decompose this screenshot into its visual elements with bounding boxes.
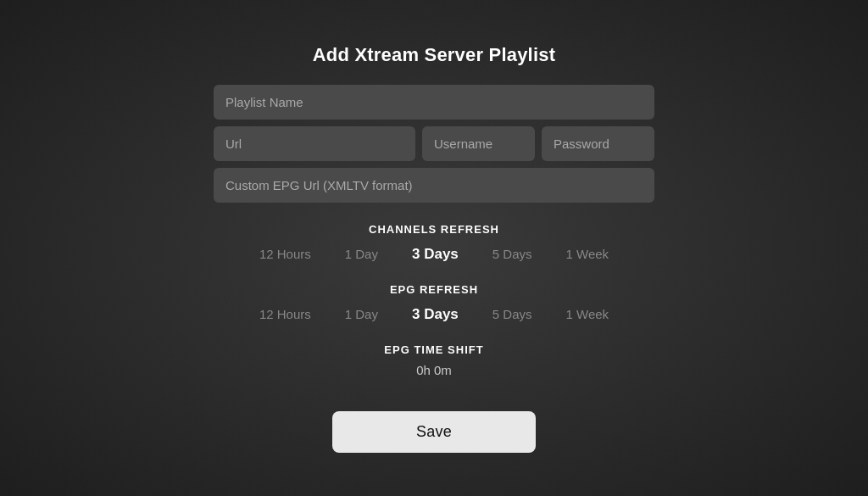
channels-refresh-options: 12 Hours 1 Day 3 Days 5 Days 1 Week	[214, 242, 654, 266]
epg-5days[interactable]: 5 Days	[487, 304, 537, 325]
password-input[interactable]	[542, 126, 654, 161]
url-input[interactable]	[214, 126, 415, 161]
channels-1week[interactable]: 1 Week	[560, 243, 614, 265]
playlist-name-input[interactable]	[214, 85, 654, 120]
page-title: Add Xtream Server Playlist	[313, 44, 555, 66]
epg-1day[interactable]: 1 Day	[340, 304, 383, 325]
epg-timeshift-section: EPG TIME SHIFT 0h 0m	[214, 332, 654, 391]
url-row	[214, 126, 654, 161]
channels-refresh-section: CHANNELS REFRESH 12 Hours 1 Day 3 Days 5…	[214, 211, 654, 271]
form-section	[214, 85, 654, 203]
epg-refresh-section: EPG REFRESH 12 Hours 1 Day 3 Days 5 Days…	[214, 271, 654, 332]
epg-timeshift-value[interactable]: 0h 0m	[214, 363, 654, 377]
main-container: Add Xtream Server Playlist CHANNELS REFR…	[214, 44, 654, 453]
channels-1day[interactable]: 1 Day	[340, 243, 383, 265]
epg-url-input[interactable]	[214, 168, 654, 203]
channels-refresh-label: CHANNELS REFRESH	[214, 223, 654, 236]
channels-3days[interactable]: 3 Days	[407, 242, 464, 266]
epg-3days[interactable]: 3 Days	[407, 303, 464, 326]
epg-refresh-options: 12 Hours 1 Day 3 Days 5 Days 1 Week	[214, 303, 654, 326]
channels-12hours[interactable]: 12 Hours	[254, 243, 316, 265]
username-input[interactable]	[422, 126, 535, 161]
epg-timeshift-label: EPG TIME SHIFT	[214, 343, 654, 356]
epg-refresh-label: EPG REFRESH	[214, 283, 654, 296]
channels-5days[interactable]: 5 Days	[487, 243, 537, 265]
epg-1week[interactable]: 1 Week	[560, 304, 614, 325]
epg-12hours[interactable]: 12 Hours	[254, 304, 316, 325]
save-button[interactable]: Save	[332, 411, 536, 453]
